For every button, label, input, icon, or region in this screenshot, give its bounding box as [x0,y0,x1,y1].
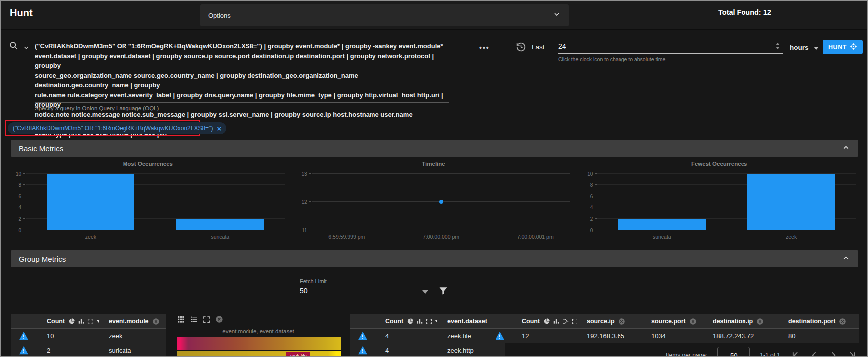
total-found-value: 12 [763,8,771,16]
remove-column-icon[interactable] [689,318,697,325]
group-metrics-header[interactable]: Group Metrics [11,250,858,267]
hunt-label: HUNT [828,44,847,51]
table-pagination: Items per page: 50 1-1 of 1 [488,343,859,357]
sankey-icon[interactable] [562,318,569,325]
pie-chart-icon[interactable] [407,318,414,325]
column-header: destination.port [788,318,835,325]
fetch-limit-chevron-icon[interactable] [422,290,428,294]
value-cell: 192.168.3.65 [577,332,641,340]
next-page-icon[interactable] [828,350,838,357]
hunt-button[interactable]: HUNT [823,40,863,54]
column-header: event.module [109,318,149,325]
count-header: Count [385,318,403,325]
groupby-filter-input[interactable] [455,298,858,298]
pie-chart-icon[interactable] [68,318,75,325]
chart-plot [597,174,856,230]
warning-triangle-icon[interactable] [19,346,29,355]
maximize-icon[interactable] [426,318,432,325]
x-axis: zeeksuricata [26,234,285,241]
query-line: ("CvRIIAKhkDDwmM3m5" OR "1:6RmOegRK+BqWa… [35,41,451,51]
chevron-up-icon[interactable] [842,254,850,264]
warning-triangle-icon[interactable] [358,346,368,355]
bars-layer [597,174,856,230]
query-line: event.dataset | groupby event.dataset | … [35,51,451,71]
basic-metrics-header[interactable]: Basic Metrics [11,140,858,157]
first-page-icon[interactable] [790,350,800,357]
y-axis: 0246810 [11,174,26,230]
query-hint: Specify a query in Onion Query Language … [35,105,159,111]
timeline-dot[interactable] [439,200,443,204]
grid-view-icon[interactable] [177,315,185,323]
time-spinner[interactable] [776,43,780,49]
fetch-limit-select[interactable]: 50 [300,287,308,295]
time-unit-chevron-icon[interactable] [814,47,819,50]
y-tick-label: 6 [18,193,21,199]
maximize-icon[interactable] [87,318,94,325]
time-value-input[interactable]: 24 [558,42,566,50]
chart-most-occurrences: Most Occurrences 0246810 zeeksuricata [11,161,285,241]
more-options-icon[interactable]: ••• [479,44,490,52]
table-row[interactable]: 12 192.168.3.65 1034 188.72.243.72 80 [488,329,859,343]
search-icon[interactable] [9,41,18,52]
bar-suricata[interactable] [618,219,706,230]
warning-triangle-icon[interactable] [495,331,505,340]
table-row[interactable]: 4 zeek.file [350,329,505,343]
close-icon[interactable] [215,315,223,323]
items-per-page-select[interactable]: 50 [717,347,750,357]
filter-funnel-icon[interactable] [438,286,448,298]
chevron-up-icon[interactable] [842,143,850,154]
filter-chip[interactable]: ("CvRIIAKhkDDwmM3m5" OR "1:6RmOegRK+BqWa… [8,122,226,134]
table-row[interactable]: 10 zeek [11,329,166,343]
crosshair-icon [850,43,857,52]
bar-chart-icon[interactable] [416,318,423,325]
bar-slot [597,174,727,230]
chip-close-icon[interactable]: × [217,125,221,132]
chevron-down-icon[interactable] [553,10,561,20]
y-tick-label: 8 [18,182,21,187]
maximize-icon[interactable] [203,316,210,323]
sankey-flow-leaf[interactable] [177,351,341,357]
bar-chart-icon[interactable] [78,318,85,325]
bar-chart-icon[interactable] [553,318,560,325]
list-view-icon[interactable] [190,315,198,323]
time-input-underline [558,53,783,54]
warning-triangle-icon[interactable] [19,331,29,340]
table-row[interactable]: 2 suricata [11,343,166,357]
value-cell: suricata [99,347,166,354]
pie-chart-icon[interactable] [543,318,550,325]
remove-column-icon[interactable] [839,318,846,325]
y-axis: 111213 [297,174,312,230]
y-tick-label: 10 [587,171,593,177]
y-tick-label: 8 [590,182,593,187]
last-label: Last [532,43,545,51]
x-axis: suricatazeek [597,234,856,241]
maximize-icon[interactable] [572,318,577,325]
column-header: destination.ip [713,318,753,325]
warning-triangle-icon[interactable] [358,331,368,340]
gridline [312,230,571,230]
fetch-limit-underline [300,298,430,298]
sankey-flow[interactable] [177,337,341,350]
page-title: Hunt [10,7,33,19]
options-dropdown[interactable]: Options [200,4,569,26]
bar-suricata[interactable] [176,219,264,230]
remove-column-icon[interactable] [756,318,764,325]
x-category-label: suricata [155,234,285,241]
bar-zeek[interactable] [47,174,135,230]
bar-zeek[interactable] [747,174,836,230]
query-history-chevron-icon[interactable] [23,44,30,53]
history-clock-icon[interactable] [516,42,526,54]
query-line: source_geo.organization_name source.geo.… [35,71,451,90]
y-tick-label: 13 [302,171,307,177]
last-page-icon[interactable] [847,350,857,357]
y-axis: 0246810 [582,174,597,230]
time-unit-select[interactable]: hours [790,44,809,51]
y-tick-label: 0 [590,228,593,233]
x-category-label: suricata [597,234,727,241]
prev-page-icon[interactable] [809,350,819,357]
table-row[interactable]: 4 zeek.http [350,343,505,357]
remove-column-icon[interactable] [152,318,160,325]
remove-column-icon[interactable] [618,318,625,325]
value-cell: 80 [778,332,859,340]
y-tick-label: 4 [18,205,21,210]
